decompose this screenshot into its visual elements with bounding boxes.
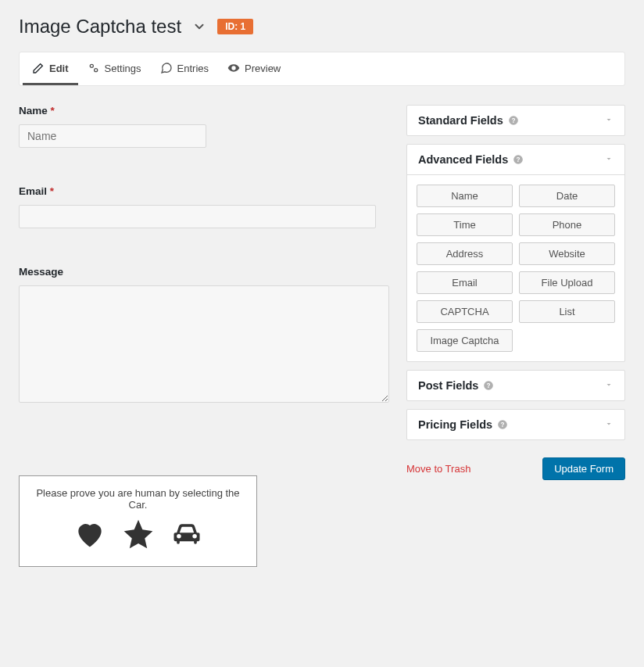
tab-label: Entries xyxy=(177,63,209,74)
form-actions: Move to Trash Update Form xyxy=(406,457,625,480)
update-form-button[interactable]: Update Form xyxy=(542,457,625,480)
advanced-fields-section: Advanced Fields ? Name Date Time Phone A… xyxy=(406,144,625,362)
required-star: * xyxy=(50,185,54,197)
add-field-captcha[interactable]: CAPTCHA xyxy=(417,300,513,323)
form-tabs: Edit Settings Entries Preview xyxy=(19,52,625,86)
field-label-message: Message xyxy=(19,266,389,278)
help-icon[interactable]: ? xyxy=(483,380,494,391)
field-message[interactable]: Message xyxy=(19,266,389,405)
caret-down-icon xyxy=(604,419,614,431)
field-name[interactable]: Name * xyxy=(19,105,389,148)
tab-entries[interactable]: Entries xyxy=(151,52,218,85)
pricing-fields-section: Pricing Fields ? xyxy=(406,409,625,440)
post-fields-header[interactable]: Post Fields ? xyxy=(407,371,624,400)
required-star: * xyxy=(51,105,55,117)
post-fields-section: Post Fields ? xyxy=(406,370,625,401)
svg-text:?: ? xyxy=(501,421,505,429)
section-title: Post Fields xyxy=(418,379,478,392)
section-title: Advanced Fields xyxy=(418,153,508,166)
svg-point-4 xyxy=(95,69,97,71)
eye-icon xyxy=(227,62,240,74)
help-icon[interactable]: ? xyxy=(508,115,519,126)
add-field-file-upload[interactable]: File Upload xyxy=(519,271,615,294)
advanced-fields-body: Name Date Time Phone Address Website Ema… xyxy=(407,174,624,361)
heart-icon[interactable] xyxy=(73,517,107,554)
tab-label: Settings xyxy=(105,63,141,74)
form-id-badge: ID: 1 xyxy=(217,19,253,34)
form-title: Image Captcha test xyxy=(19,16,181,38)
field-label-email: Email * xyxy=(19,185,389,197)
image-captcha-box: Please prove you are human by selecting … xyxy=(19,475,257,567)
section-title: Standard Fields xyxy=(418,114,503,127)
caret-down-icon xyxy=(604,380,614,392)
move-to-trash-link[interactable]: Move to Trash xyxy=(406,463,470,475)
add-field-date[interactable]: Date xyxy=(519,185,615,207)
form-canvas: Name * Email * Message Please prove you … xyxy=(19,105,389,567)
section-title: Pricing Fields xyxy=(418,418,492,431)
gear-icon xyxy=(88,62,100,74)
edit-icon xyxy=(32,62,45,74)
svg-text:?: ? xyxy=(517,156,521,163)
tab-label: Preview xyxy=(245,63,281,74)
pricing-fields-header[interactable]: Pricing Fields ? xyxy=(407,410,624,439)
advanced-fields-header[interactable]: Advanced Fields ? xyxy=(407,145,624,174)
message-textarea[interactable] xyxy=(19,285,389,403)
add-field-image-captcha[interactable]: Image Captcha xyxy=(417,329,513,352)
star-icon[interactable] xyxy=(121,517,156,554)
add-field-name[interactable]: Name xyxy=(417,185,513,207)
form-switcher-chevron-down-icon[interactable] xyxy=(192,20,206,34)
add-field-website[interactable]: Website xyxy=(519,242,615,265)
add-field-time[interactable]: Time xyxy=(417,213,513,236)
help-icon[interactable]: ? xyxy=(497,419,508,430)
add-field-phone[interactable]: Phone xyxy=(519,213,615,236)
standard-fields-header[interactable]: Standard Fields ? xyxy=(407,106,624,135)
svg-text:?: ? xyxy=(511,117,515,124)
svg-point-5 xyxy=(233,67,235,70)
svg-text:?: ? xyxy=(487,382,491,389)
field-label-name: Name * xyxy=(19,105,389,117)
field-email[interactable]: Email * xyxy=(19,185,389,228)
tab-label: Edit xyxy=(49,63,69,74)
captcha-prompt: Please prove you are human by selecting … xyxy=(35,487,241,511)
tab-settings[interactable]: Settings xyxy=(78,52,151,85)
add-field-list[interactable]: List xyxy=(519,300,615,323)
car-icon[interactable] xyxy=(170,517,204,554)
tab-preview[interactable]: Preview xyxy=(218,52,290,85)
add-field-email[interactable]: Email xyxy=(417,271,513,294)
comment-icon xyxy=(160,62,173,74)
fields-sidebar: Standard Fields ? Advanced Fields xyxy=(406,105,625,480)
svg-point-2 xyxy=(91,65,93,67)
add-field-address[interactable]: Address xyxy=(417,242,513,265)
standard-fields-section: Standard Fields ? xyxy=(406,105,625,136)
email-input[interactable] xyxy=(19,205,376,228)
help-icon[interactable]: ? xyxy=(513,154,524,165)
name-input[interactable] xyxy=(19,124,206,148)
caret-down-icon xyxy=(604,115,614,127)
tab-edit[interactable]: Edit xyxy=(23,52,78,85)
caret-down-icon xyxy=(604,154,614,166)
